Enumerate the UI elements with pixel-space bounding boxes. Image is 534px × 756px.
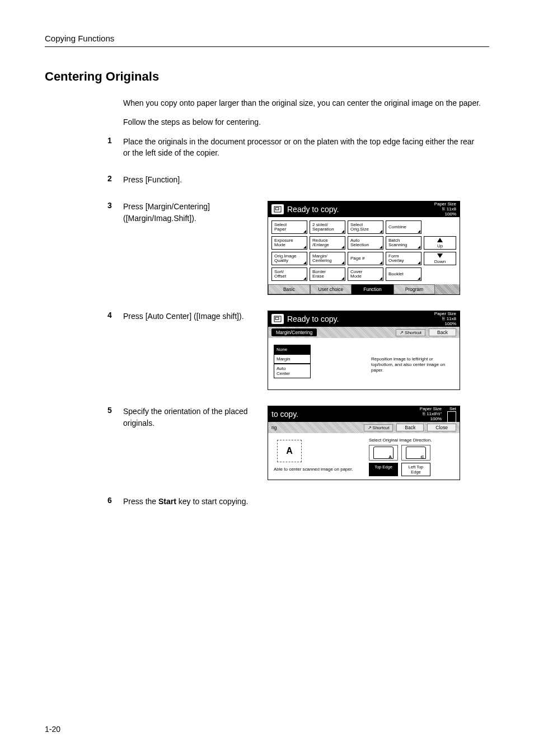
- back-button[interactable]: Back: [429, 328, 456, 336]
- orientation-top-edge-icon: A: [373, 447, 394, 459]
- intro-paragraph-1: When you copy onto paper larger than the…: [123, 97, 489, 109]
- step-text-6: Press the Start key to start copying.: [123, 496, 489, 507]
- close-button[interactable]: Close: [427, 424, 456, 431]
- step-number-3: 3: [45, 201, 123, 210]
- svg-rect-3: [275, 317, 279, 320]
- form-overlay-button[interactable]: Form Overlay: [386, 252, 421, 265]
- panel3-title: to copy.: [268, 410, 420, 419]
- function-screen-panel: Ready to copy. Paper Size ⎘ 11x8 100% Se…: [268, 201, 460, 295]
- orientation-top-edge-thumb: A: [369, 445, 398, 461]
- step-number-2: 2: [45, 174, 123, 183]
- step-text-3: Press [Margin/Centering] ([Margin/Imag.S…: [123, 201, 263, 224]
- option-margin[interactable]: Margin: [274, 354, 311, 364]
- back-button[interactable]: Back: [396, 424, 424, 431]
- margin-centering-button[interactable]: Margin/ Centering: [310, 252, 345, 265]
- svg-rect-1: [275, 208, 279, 210]
- up-button[interactable]: Up: [424, 236, 456, 250]
- margin-centering-chip: Margin/Centering: [271, 328, 317, 336]
- page-title: Centering Originals: [45, 69, 489, 84]
- intro-paragraph-2: Follow the steps as below for centering.: [123, 116, 489, 128]
- panel1-title: Ready to copy.: [287, 205, 434, 214]
- panel2-description: Reposition image to left/right or top/bo…: [371, 356, 454, 373]
- shortcut-button[interactable]: ↗Shortcut: [364, 424, 394, 431]
- panel3-paper-info: Paper Size ⎘ 11x8½" 100%: [420, 407, 445, 421]
- option-auto-center[interactable]: Auto Center: [274, 364, 311, 378]
- combine-button[interactable]: Combine: [386, 220, 421, 234]
- set-count-box: [447, 411, 456, 422]
- step-text-1: Place the originals in the document proc…: [123, 136, 489, 159]
- step-number-6: 6: [45, 496, 123, 505]
- panel3-ng-label: ng: [271, 425, 279, 430]
- triangle-down-icon: [437, 253, 443, 258]
- copy-icon: [271, 204, 284, 214]
- select-orig-size-button[interactable]: Select Orig.Size: [348, 220, 383, 234]
- centering-preview-icon: A: [277, 440, 302, 462]
- orig-image-quality-button[interactable]: Orig.Image Quality: [271, 252, 307, 265]
- down-button[interactable]: Down: [424, 252, 456, 265]
- step-text-5: Specify the orientation of the placed or…: [123, 406, 263, 429]
- reduce-enlarge-button[interactable]: Reduce /Enlarge: [310, 236, 345, 250]
- page-number: 1-20: [45, 725, 60, 734]
- panel3-right-heading: Select Original Image Direction.: [369, 438, 454, 443]
- margin-centering-panel: Ready to copy. Paper Size ⎘ 11x8 100% Ma…: [268, 311, 460, 390]
- copy-icon: [271, 314, 284, 324]
- option-none[interactable]: None: [274, 345, 311, 354]
- shortcut-arrow-icon: ↗: [400, 330, 404, 335]
- step-number-4: 4: [45, 311, 123, 320]
- panel1-paper-info: Paper Size ⎘ 11x8 100%: [434, 202, 460, 217]
- tab-basic[interactable]: Basic: [268, 284, 310, 294]
- panel3-left-caption: Able to center scanned image on paper.: [274, 467, 369, 472]
- page-number-button[interactable]: Page #: [348, 252, 383, 265]
- panel2-paper-info: Paper Size ⎘ 11x8 100%: [434, 312, 460, 326]
- tab-user-choice[interactable]: User choice: [310, 284, 352, 294]
- batch-scanning-button[interactable]: Batch Scanning: [386, 236, 421, 250]
- step-number-5: 5: [45, 406, 123, 415]
- set-label: Set: [449, 406, 456, 411]
- panel1-body: Select Paper 2 sided/ Separation Select …: [268, 217, 460, 284]
- cover-mode-button[interactable]: Cover Mode: [348, 267, 383, 281]
- tab-program[interactable]: Program: [394, 284, 435, 294]
- select-paper-button[interactable]: Select Paper: [271, 220, 307, 234]
- running-header: Copying Functions: [45, 34, 489, 47]
- triangle-up-icon: [437, 238, 443, 242]
- panel2-title: Ready to copy.: [287, 314, 434, 323]
- booklet-button[interactable]: Booklet: [386, 267, 421, 281]
- step-text-2: Press [Function].: [123, 174, 489, 185]
- orientation-left-top-icon: ⊂: [406, 447, 426, 459]
- left-top-edge-button[interactable]: Left Top Edge: [401, 463, 430, 476]
- step-text-4: Press [Auto Center] ([Image shift]).: [123, 311, 263, 322]
- auto-selection-button[interactable]: Auto Selection: [348, 236, 383, 250]
- shortcut-button[interactable]: ↗Shortcut: [396, 329, 425, 336]
- two-sided-separation-button[interactable]: 2 sided/ Separation: [310, 220, 345, 234]
- tab-function[interactable]: Function: [352, 284, 394, 294]
- orientation-left-top-thumb: ⊂: [401, 445, 430, 461]
- exposure-mode-button[interactable]: Exposure Mode: [271, 236, 307, 250]
- top-edge-button[interactable]: Top Edge: [369, 463, 398, 476]
- orientation-panel: to copy. Paper Size ⎘ 11x8½" 100% Set ng…: [268, 406, 460, 480]
- step-number-1: 1: [45, 136, 123, 145]
- sort-offset-button[interactable]: Sort/ Offset: [271, 267, 307, 281]
- shortcut-arrow-icon: ↗: [368, 425, 372, 430]
- panel1-tabs: Basic User choice Function Program: [268, 284, 460, 294]
- border-erase-button[interactable]: Border Erase: [310, 267, 345, 281]
